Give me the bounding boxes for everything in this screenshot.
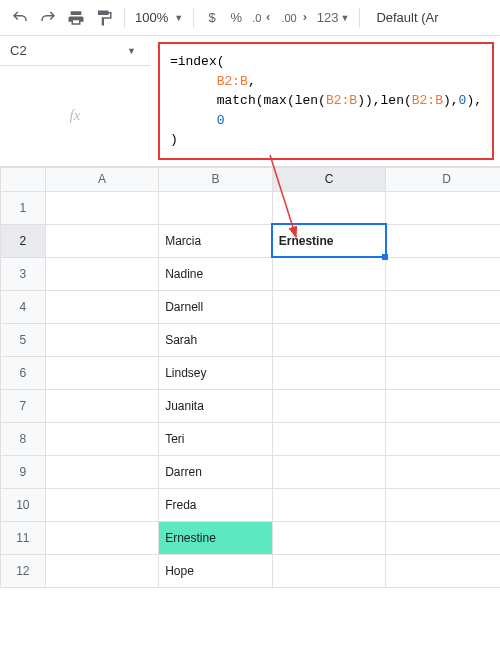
cell-B1[interactable] [159, 191, 273, 224]
cell-D4[interactable] [386, 290, 500, 323]
row-header[interactable]: 7 [1, 389, 46, 422]
cell-C5[interactable] [272, 323, 386, 356]
cell-C12[interactable] [272, 554, 386, 587]
cell-A4[interactable] [45, 290, 159, 323]
cell-C11[interactable] [272, 521, 386, 554]
cell-C4[interactable] [272, 290, 386, 323]
cell-D12[interactable] [386, 554, 500, 587]
cell-A8[interactable] [45, 422, 159, 455]
cell-value [46, 423, 159, 455]
cell-B11[interactable]: Ernestine [159, 521, 273, 554]
cell-value: Ernestine [273, 225, 386, 257]
row-header[interactable]: 6 [1, 356, 46, 389]
cell-A7[interactable] [45, 389, 159, 422]
cell-C7[interactable] [272, 389, 386, 422]
row-header[interactable]: 10 [1, 488, 46, 521]
format-percent-button[interactable]: % [224, 4, 248, 32]
cell-D11[interactable] [386, 521, 500, 554]
cell-D5[interactable] [386, 323, 500, 356]
cell-C1[interactable] [272, 191, 386, 224]
cell-A9[interactable] [45, 455, 159, 488]
cell-D3[interactable] [386, 257, 500, 290]
row-header[interactable]: 8 [1, 422, 46, 455]
cell-B6[interactable]: Lindsey [159, 356, 273, 389]
cell-D7[interactable] [386, 389, 500, 422]
redo-button[interactable] [34, 4, 62, 32]
formula-ref: B2:B [217, 74, 248, 89]
zoom-dropdown[interactable]: 100% ▼ [131, 10, 187, 25]
row-header[interactable]: 4 [1, 290, 46, 323]
cell-value [46, 258, 159, 290]
cell-B4[interactable]: Darnell [159, 290, 273, 323]
cell-A3[interactable] [45, 257, 159, 290]
select-all-corner[interactable] [1, 167, 46, 191]
row-header[interactable]: 1 [1, 191, 46, 224]
formula-text: )),len( [357, 93, 412, 108]
row-header[interactable]: 2 [1, 224, 46, 257]
cell-D2[interactable] [386, 224, 500, 257]
cell-value [273, 522, 386, 554]
cell-value [46, 522, 159, 554]
cell-B7[interactable]: Juanita [159, 389, 273, 422]
formula-text: ), [443, 93, 459, 108]
cell-C3[interactable] [272, 257, 386, 290]
cell-C6[interactable] [272, 356, 386, 389]
format-currency-button[interactable]: $ [200, 4, 224, 32]
col-header-A[interactable]: A [45, 167, 159, 191]
cell-D6[interactable] [386, 356, 500, 389]
cell-A6[interactable] [45, 356, 159, 389]
col-header-B[interactable]: B [159, 167, 273, 191]
formula-text: ) [170, 132, 178, 147]
cell-D10[interactable] [386, 488, 500, 521]
print-button[interactable] [62, 4, 90, 32]
cell-value: Sarah [159, 324, 272, 356]
cell-B9[interactable]: Darren [159, 455, 273, 488]
cell-value [386, 522, 500, 554]
row-header[interactable]: 3 [1, 257, 46, 290]
cell-A1[interactable] [45, 191, 159, 224]
cell-B10[interactable]: Freda [159, 488, 273, 521]
cell-B12[interactable]: Hope [159, 554, 273, 587]
col-header-C[interactable]: C [272, 167, 386, 191]
formula-num: 0 [217, 113, 225, 128]
cell-A2[interactable] [45, 224, 159, 257]
increase-decimal-button[interactable]: .00 [277, 4, 312, 32]
formula-ref: B2:B [412, 93, 443, 108]
cell-value [46, 390, 159, 422]
cell-C2[interactable]: Ernestine [272, 224, 386, 257]
formula-bar-row: C2 ▼ fx =index( B2:B, match(max(len(B2:B… [0, 36, 500, 167]
cell-value [273, 390, 386, 422]
row-header[interactable]: 5 [1, 323, 46, 356]
cell-A10[interactable] [45, 488, 159, 521]
name-box[interactable]: C2 ▼ [0, 36, 150, 66]
paint-format-button[interactable] [90, 4, 118, 32]
col-header-D[interactable]: D [386, 167, 500, 191]
cell-A5[interactable] [45, 323, 159, 356]
chevron-down-icon: ▼ [127, 46, 136, 56]
formula-bar[interactable]: =index( B2:B, match(max(len(B2:B)),len(B… [158, 42, 494, 160]
cell-A12[interactable] [45, 554, 159, 587]
cell-B5[interactable]: Sarah [159, 323, 273, 356]
formula-text: =index( [170, 54, 225, 69]
cell-D9[interactable] [386, 455, 500, 488]
cell-A11[interactable] [45, 521, 159, 554]
undo-button[interactable] [6, 4, 34, 32]
cell-C10[interactable] [272, 488, 386, 521]
cell-B8[interactable]: Teri [159, 422, 273, 455]
cell-C9[interactable] [272, 455, 386, 488]
more-formats-button[interactable]: 123 ▼ [313, 4, 354, 32]
row-header[interactable]: 12 [1, 554, 46, 587]
cell-value [46, 456, 159, 488]
row-header[interactable]: 9 [1, 455, 46, 488]
cell-D1[interactable] [386, 191, 500, 224]
row-header[interactable]: 11 [1, 521, 46, 554]
cell-B3[interactable]: Nadine [159, 257, 273, 290]
cell-C8[interactable] [272, 422, 386, 455]
font-family-dropdown[interactable]: Default (Ar [376, 10, 438, 25]
decrease-decimal-button[interactable]: .0 [248, 4, 277, 32]
cell-value: Juanita [159, 390, 272, 422]
spreadsheet-grid[interactable]: A B C D 12MarciaErnestine3Nadine4Darnell… [0, 167, 500, 588]
cell-B2[interactable]: Marcia [159, 224, 273, 257]
cell-D8[interactable] [386, 422, 500, 455]
cell-value [273, 423, 386, 455]
